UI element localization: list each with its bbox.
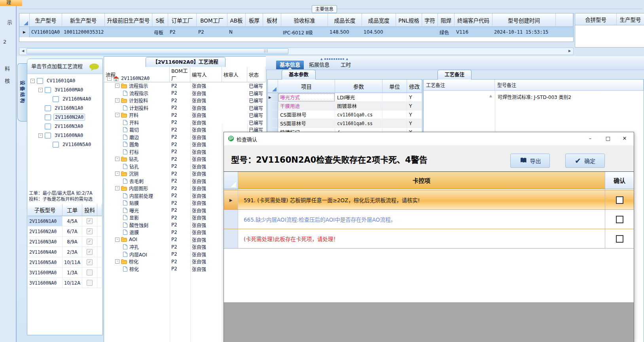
tree-node[interactable]: 2V1160N4A0 — [46, 95, 92, 103]
tab-work-hours[interactable]: 工时 — [337, 61, 354, 69]
subboard-row[interactable]: 3V11600NA010/12A — [28, 278, 102, 288]
column-header[interactable]: 板材 — [263, 13, 281, 27]
check-item-row[interactable]: (卡死需处理)此板存在卡死项，请处理！ — [224, 229, 634, 249]
param-value[interactable]: cv11601qa0.cs — [335, 110, 383, 119]
flow-node-row[interactable]: -流程指示P2张自强已编写 — [104, 82, 266, 90]
check-item-row[interactable]: 665.缺少内层AOI流程:检查压后的AOI中是否存在外层AO流程。 — [224, 210, 634, 229]
select-all-corner[interactable] — [268, 80, 278, 93]
feed-checkbox[interactable]: ✓ — [87, 228, 93, 234]
tab-main-info[interactable]: 主要信息 — [312, 5, 337, 13]
column-header[interactable]: 成品长度 — [328, 13, 362, 27]
tree-expander-icon[interactable]: - — [38, 88, 43, 92]
subboard-row[interactable]: 2V1160N5A010/11A✓ — [28, 257, 102, 268]
tree-checkbox[interactable] — [45, 114, 51, 120]
confirm-checkbox[interactable] — [616, 216, 623, 223]
tree-expander-icon[interactable]: - — [115, 113, 119, 117]
feed-checkbox[interactable]: ✓ — [87, 218, 93, 224]
tree-expander-icon[interactable]: - — [115, 186, 119, 190]
column-header[interactable]: BOM工厂 — [197, 13, 227, 27]
confirm-checkbox[interactable] — [616, 196, 623, 204]
tree-expander-icon[interactable]: - — [115, 98, 119, 103]
tree-expander-icon[interactable]: - — [38, 133, 43, 138]
sidebar-item[interactable]: 示 — [7, 18, 12, 26]
subboard-row[interactable]: 2V1160N3A08/9A✓ — [28, 237, 102, 247]
column-header[interactable]: 修改 — [407, 80, 422, 93]
model-table-row[interactable]: ▶CV11601QA010011200035312母板P2P2NIPC-6012… — [19, 27, 573, 37]
column-header[interactable]: 验收标准 — [281, 13, 328, 27]
tree-expander-icon[interactable]: - — [115, 157, 119, 161]
column-header[interactable]: 单位 — [383, 80, 407, 93]
flow-node-row[interactable]: -2V1160N2A0 — [104, 75, 266, 82]
tree-expander-icon[interactable]: - — [115, 84, 119, 88]
column-header[interactable]: 订单工厂 — [168, 13, 197, 27]
column-header-model-remark[interactable]: 型号备注 — [495, 80, 644, 91]
param-row[interactable]: ▶曝光方式LDI曝光Y — [268, 93, 422, 102]
param-value[interactable]: 图镀菲林 — [335, 102, 383, 110]
flow-node-row[interactable]: 流程指示P2张自强已编写 — [104, 89, 266, 97]
column-header[interactable]: 合拼型号 — [575, 13, 617, 25]
column-header[interactable]: 字符 — [422, 13, 438, 27]
select-all-corner[interactable] — [224, 172, 238, 189]
column-header[interactable]: 阻焊 — [438, 13, 455, 27]
feed-checkbox[interactable] — [87, 280, 93, 286]
flow-node-row[interactable]: -计划投料P2张自强已编写 — [104, 97, 266, 104]
tab-process-remark[interactable]: 工艺备注 — [438, 70, 472, 80]
tree-checkbox[interactable] — [45, 87, 51, 93]
feed-checkbox[interactable] — [87, 270, 93, 276]
tree-expander-icon[interactable]: - — [107, 76, 112, 81]
tree-node[interactable]: 2V1160N1A0 — [38, 104, 84, 112]
flow-node-row[interactable]: -开料P2张自强已编写 — [104, 112, 266, 119]
column-header[interactable]: 成品宽度 — [362, 13, 396, 27]
column-header[interactable]: 新生产型号 — [62, 13, 105, 27]
dialog-titlebar[interactable]: 检查确认 – □ ✕ — [224, 132, 634, 145]
column-header[interactable]: 型号创建时间 — [492, 13, 556, 27]
flow-node-row[interactable]: 开料P2张自强已编写 — [104, 119, 266, 126]
maximize-button[interactable]: □ — [602, 134, 614, 143]
tab-basic-info[interactable]: 基本信息 — [276, 61, 304, 69]
column-header[interactable]: 生产型号 — [30, 13, 62, 27]
tree-expander-icon[interactable]: - — [115, 259, 119, 264]
tree-node[interactable]: -3V11600NA0 — [38, 131, 84, 140]
check-item-row[interactable]: ▶591. (卡死需处理) 芯板铜厚任意一面≥2OZ，棕化后无烘板流程，请核实! — [224, 190, 634, 210]
param-value[interactable]: cv11601qa0.ss — [335, 119, 383, 128]
column-header[interactable]: 投料 — [82, 204, 97, 216]
tree-node[interactable]: -CV11601QA0 — [30, 76, 76, 85]
tree-checkbox[interactable] — [53, 142, 59, 148]
tree-checkbox[interactable] — [53, 96, 59, 102]
scroll-right-icon[interactable]: ▶ — [566, 48, 573, 53]
column-header[interactable]: PNL规格 — [396, 13, 422, 27]
export-button[interactable]: 导出 — [510, 154, 550, 168]
column-header[interactable]: S板 — [152, 13, 168, 27]
tree-checkbox[interactable] — [45, 105, 51, 111]
flow-node-row[interactable]: 计划投料P2张自强已编写 — [104, 104, 266, 112]
param-row[interactable]: CS面菲林号cv11601qa0.csY — [268, 110, 422, 119]
column-header[interactable]: 板厚 — [246, 13, 263, 27]
column-header[interactable]: 终端客户代码 — [455, 13, 492, 27]
tree-expander-icon[interactable]: - — [115, 238, 119, 242]
tree-checkbox[interactable] — [37, 78, 43, 84]
subboard-row[interactable]: 3V11600MA01/3A — [28, 268, 102, 278]
scroll-up-icon[interactable]: ▲ — [489, 94, 492, 98]
feed-checkbox[interactable]: ✓ — [87, 239, 93, 245]
sidebar-item-highlighted[interactable]: 理 — [0, 0, 22, 6]
column-header-process-remark[interactable]: 工艺备注 — [424, 80, 495, 91]
sidebar-item[interactable]: 2 — [3, 39, 6, 45]
tree-node[interactable]: 2V1160N2A0 — [38, 113, 85, 122]
subboard-row[interactable]: 2V1160N4A02/3A✓ — [28, 247, 102, 257]
tree-node[interactable]: 2V1160N3A0 — [38, 122, 84, 131]
tree-checkbox[interactable] — [45, 133, 51, 139]
param-row[interactable]: SS面菲林号cv11601qa0.ssY — [268, 119, 422, 128]
minimize-button[interactable]: – — [584, 134, 596, 143]
close-button[interactable]: ✕ — [619, 134, 631, 143]
tab-basic-params[interactable]: 基本参数 — [282, 70, 316, 80]
column-header[interactable]: 生产型号 — [617, 13, 644, 25]
tab-process-flow[interactable]: 【2V1160N2A0】工艺流程 — [146, 57, 225, 67]
column-header[interactable]: 项目 — [278, 80, 335, 93]
param-value[interactable]: LDI曝光 — [335, 93, 383, 102]
column-header[interactable]: 子板型号 — [28, 204, 63, 216]
tree-checkbox[interactable] — [45, 124, 51, 129]
scrollbar-thumb[interactable] — [27, 48, 288, 54]
confirm-checkbox[interactable] — [616, 235, 623, 243]
select-all-corner[interactable] — [19, 13, 30, 27]
column-header[interactable]: 参数 — [335, 80, 383, 93]
